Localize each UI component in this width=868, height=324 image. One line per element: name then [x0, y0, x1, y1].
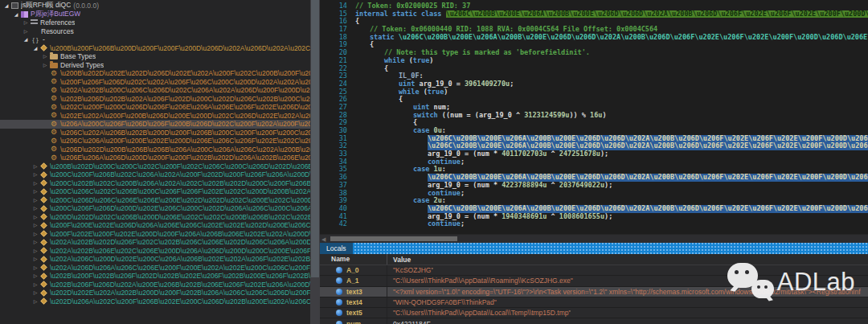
- expand-arrow-icon[interactable]: ▷: [31, 281, 40, 289]
- tree-item[interactable]: ▷\u202A\u202B\u202D\u206F\u202C\u202B\u2…: [0, 238, 310, 247]
- method-icon: ⚙: [50, 137, 58, 145]
- tree-scrollbar[interactable]: [310, 0, 320, 324]
- tree-item[interactable]: ⚙\u206A\u200C\u206F\u206D\u206F\u200B\u2…: [0, 120, 310, 129]
- tree-item[interactable]: ▷\u202A\u202B\u206E\u202C\u206E\u200D\u2…: [0, 247, 310, 256]
- code-editor[interactable]: 14// Token: 0x02000025 RID: 3715internal…: [320, 0, 868, 234]
- locals-row[interactable]: text5"C:\\Users\\ThinkPad\\AppData\\Loca…: [320, 308, 868, 318]
- locals-row[interactable]: A_0"KcSOZJHG": [320, 265, 868, 276]
- tree-item[interactable]: ⚙\u202E\u202A\u200F\u200B\u206D\u200E\u2…: [0, 112, 310, 121]
- expand-arrow-icon[interactable]: ▷: [40, 61, 50, 69]
- tree-item[interactable]: ▷\u200D\u202D\u202C\u206B\u200D\u206E\u2…: [0, 213, 310, 222]
- collapse-arrow-icon[interactable]: ◢: [21, 35, 31, 43]
- tree-item-label: \u202B\u200F\u202B\u206F\u202D\u202B\u20…: [50, 272, 310, 280]
- code-text: ;: [461, 158, 465, 166]
- code-text: {: [370, 41, 374, 49]
- expand-arrow-icon[interactable]: ▷: [31, 170, 40, 178]
- tree-item[interactable]: ▷\u202A\u206C\u200D\u202E\u200C\u206A\u2…: [0, 255, 310, 264]
- code-text: ;: [510, 80, 514, 88]
- tree-item[interactable]: ▷\u200F\u202E\u200F\u202E\u200D\u200F\u2…: [0, 230, 310, 239]
- tree-item[interactable]: ▷\u200C\u200F\u206B\u202C\u206A\u202A\u2…: [0, 170, 310, 179]
- expand-arrow-icon[interactable]: ▷: [31, 255, 40, 263]
- collapse-arrow-icon[interactable]: ◢: [11, 10, 21, 18]
- method-icon: ⚙: [50, 129, 58, 136]
- code-line: 42continue;: [320, 220, 868, 228]
- keyword: static: [370, 34, 399, 42]
- expand-arrow-icon[interactable]: ▷: [40, 52, 50, 60]
- tree-item[interactable]: ▷\u202D\u202E\u202A\u202B\u200D\u200F\u2…: [0, 289, 310, 297]
- code-line: 35case 1u:: [320, 166, 868, 174]
- tree-item-label: \u200F\u200E\u202E\u206D\u206A\u206E\u20…: [50, 221, 310, 229]
- tree-scrollbar-thumb[interactable]: [311, 0, 319, 277]
- tree-item[interactable]: ⚙\u206D\u202D\u200B\u206B\u206B\u206A\u2…: [0, 146, 310, 154]
- code-line: 28switch ((num = (arg_19_0 ^ 3123124599u…: [320, 112, 868, 120]
- tree-item[interactable]: ◢\u200B\u200F\u206B\u200D\u200F\u200F\u2…: [0, 44, 310, 53]
- tree-item[interactable]: ▷\u202B\u206F\u206D\u202A\u200E\u206B\u2…: [0, 281, 310, 289]
- expand-arrow-icon[interactable]: ▷: [31, 204, 40, 212]
- code-line: 32\u206C\u200B\u200E\u206A\u200B\u200E\u…: [320, 142, 868, 150]
- keyword: internal static class: [355, 10, 446, 18]
- tree-item[interactable]: ⚙\u206C\u206A\u200F\u200E\u202E\u200D\u2…: [0, 137, 310, 146]
- tree-item[interactable]: ⚙\u200F\u206F\u206D\u202C\u202A\u206F\u2…: [0, 78, 310, 87]
- tree-item[interactable]: ⚙\u206E\u206A\u206D\u200D\u200F\u200F\u2…: [0, 154, 310, 162]
- tree-item[interactable]: ▷\u202A\u206D\u206A\u206C\u206E\u200F\u2…: [0, 264, 310, 273]
- expand-arrow-icon[interactable]: ▷: [31, 297, 40, 306]
- collapse-arrow-icon[interactable]: ◢: [2, 2, 11, 10]
- code-line: 29{: [320, 119, 868, 127]
- locals-row[interactable]: text3"<?xml version=\"1.0\" encoding=\"U…: [320, 287, 868, 297]
- code-text: {: [384, 65, 388, 73]
- tree-item[interactable]: ▷\u202B\u200F\u202B\u206F\u202D\u202B\u2…: [0, 272, 310, 281]
- code-line: 27uint num;: [320, 104, 868, 112]
- code-line: 37arg_19_0 = (num * 4223788894u ^ 203764…: [320, 182, 868, 190]
- expand-arrow-icon[interactable]: ▷: [31, 187, 40, 195]
- tree-item[interactable]: ▷References: [0, 18, 310, 27]
- expand-arrow-icon[interactable]: ▷: [31, 247, 40, 255]
- tree-item[interactable]: ⚙\u206C\u202A\u206B\u202B\u200D\u200F\u2…: [0, 129, 310, 137]
- expand-arrow-icon[interactable]: ▷: [21, 27, 31, 35]
- tree-item[interactable]: ⚙\u202B\u206D\u202B\u202A\u206F\u202D\u2…: [0, 95, 310, 104]
- tree-item[interactable]: ▷\u200B\u202D\u200C\u200C\u202C\u200F\u2…: [0, 162, 310, 171]
- tree-item[interactable]: ▷\u200C\u202B\u202C\u200B\u206A\u202A\u2…: [0, 179, 310, 188]
- expand-arrow-icon[interactable]: ▷: [31, 179, 40, 187]
- locals-row[interactable]: A_1"C:\\Users\\ThinkPad\\AppData\\Roamin…: [320, 276, 868, 286]
- locals-row[interactable]: text4"WIN-QOHDG9FA0BF\\ThinkPad": [320, 297, 868, 308]
- expand-arrow-icon[interactable]: ▷: [31, 196, 40, 204]
- tree-item[interactable]: ▷\u200C\u206F\u206D\u200D\u202E\u206C\u2…: [0, 204, 310, 213]
- tree-item[interactable]: ▷\u200F\u200E\u202E\u206D\u206A\u206E\u2…: [0, 221, 310, 230]
- expand-arrow-icon[interactable]: ▷: [31, 213, 40, 221]
- code-line: 18static \u206C\u200B\u200E\u206A\u200B\…: [320, 34, 868, 42]
- tree-item-label: \u206D\u202D\u200B\u206B\u206B\u206A\u20…: [60, 146, 310, 154]
- highlighted-class-reference: \u206C\u200B\u200E\u206A\u200B\u200E\u20…: [428, 174, 868, 182]
- tree-item[interactable]: ▷\u200C\u206C\u202C\u206B\u200C\u206F\u2…: [0, 187, 310, 196]
- line-number: 18: [320, 34, 355, 42]
- tree-item[interactable]: ⚙\u202C\u200F\u200C\u206D\u206F\u206E\u2…: [0, 103, 310, 112]
- tree-item[interactable]: ◢P席je泽ButEGW: [0, 10, 310, 19]
- tree-item[interactable]: ⚙\u200B\u202D\u202E\u202D\u206D\u202E\u2…: [0, 69, 310, 78]
- locals-row[interactable]: num0x4221184F: [320, 318, 868, 324]
- code-line: 40\u206C\u200B\u200E\u206A\u200B\u200E\u…: [320, 205, 868, 213]
- tree-item[interactable]: ◢{ }-: [0, 35, 310, 44]
- collapse-arrow-icon[interactable]: ◢: [31, 44, 40, 52]
- expand-arrow-icon[interactable]: ▷: [31, 272, 40, 280]
- scroll-left-arrow-icon[interactable]: ◀: [321, 236, 326, 243]
- expand-arrow-icon[interactable]: ▷: [31, 162, 40, 170]
- tree-item[interactable]: ▷Base Types: [0, 52, 310, 61]
- tree-item[interactable]: ⚙\u202A\u202B\u200C\u206C\u206D\u202C\u2…: [0, 86, 310, 95]
- tree-item-label: \u206C\u206A\u200F\u200E\u202E\u200D\u20…: [60, 137, 310, 145]
- code-horizontal-scrollbar[interactable]: ◀: [320, 234, 868, 243]
- tree-item[interactable]: ▷Resources: [0, 27, 310, 36]
- tree-item-label: P席je泽ButEGW: [31, 10, 80, 19]
- code-text: );: [600, 150, 608, 158]
- expand-arrow-icon[interactable]: ▷: [31, 221, 40, 229]
- expand-arrow-icon[interactable]: ▷: [31, 238, 40, 246]
- tree-item[interactable]: ◢js顾RFH顾 diQC(0.0.0.0): [0, 2, 310, 10]
- tree-item[interactable]: ▷\u202D\u206A\u202C\u200F\u206B\u202E\u2…: [0, 297, 310, 306]
- tree-item[interactable]: ▷\u200C\u206D\u206C\u206E\u206E\u200E\u2…: [0, 196, 310, 205]
- expand-arrow-icon[interactable]: ▷: [31, 264, 40, 272]
- locals-titlebar[interactable]: Locals: [320, 243, 868, 254]
- expand-arrow-icon[interactable]: ▷: [31, 289, 40, 297]
- expand-arrow-icon[interactable]: ▷: [21, 18, 31, 27]
- tree-item[interactable]: ▷Derived Types: [0, 61, 310, 70]
- variable-value: "WIN-QOHDG9FA0BF\\ThinkPad": [387, 298, 497, 306]
- code-horizontal-scrollbar-thumb[interactable]: [330, 236, 457, 241]
- expand-arrow-icon[interactable]: ▷: [31, 230, 40, 238]
